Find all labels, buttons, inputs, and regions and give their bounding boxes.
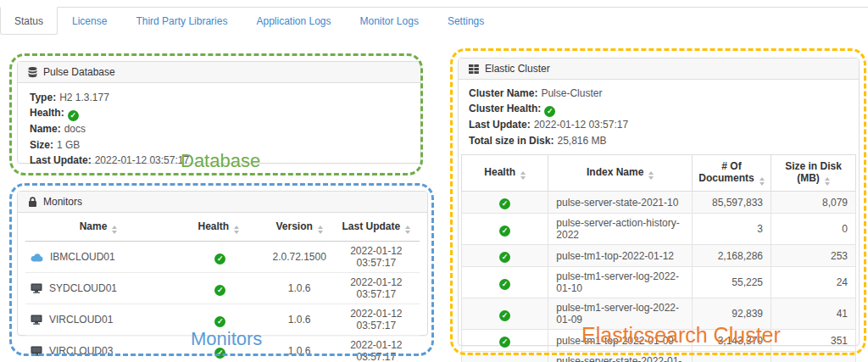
field-value: 1 GB (57, 139, 80, 151)
check-circle-icon (499, 337, 510, 348)
index-size: 41 (771, 298, 856, 330)
index-documents: 2,168,286 (693, 245, 771, 267)
monitor-row[interactable]: SYDCLOUD01 1.0.6 2022-01-12 03:57:17 (25, 273, 420, 304)
col-header-health[interactable]: Health (171, 213, 266, 242)
col-header-health[interactable]: Health (462, 155, 548, 192)
check-circle-icon (499, 279, 510, 290)
monitors-panel-title: Monitors (43, 196, 82, 208)
field-label: Type (30, 92, 56, 103)
tab-application-logs[interactable]: Application Logs (242, 8, 345, 35)
col-header-size[interactable]: Size in Disk (MB) (771, 155, 856, 192)
field-label: Last Update (469, 119, 531, 131)
lock-icon (28, 197, 37, 208)
check-circle-icon (214, 253, 225, 265)
col-header-label: Health (484, 166, 515, 178)
index-row[interactable]: pulse-tm1-top-2022-01-12 2,168,286 253 (462, 245, 856, 267)
monitor-last-update: 2022-01-12 03:57:17 (333, 304, 420, 336)
index-row[interactable]: pulse-server-state-2022-01-10 2,932,412 … (462, 352, 856, 362)
field-label: Size (30, 139, 53, 151)
field-value: 2022-01-12 03:57:17 (95, 154, 189, 166)
col-header-label: Health (198, 220, 230, 232)
col-header-label: Size in Disk (MB) (785, 160, 842, 184)
tab-license[interactable]: License (58, 8, 121, 35)
cluster-total-size-field: Total size in Disk25,816 MB (469, 133, 849, 148)
pulse-database-details: TypeH2 1.3.177 Health Namedocs Size1 GB … (18, 83, 420, 169)
index-size: 8,079 (771, 192, 856, 214)
field-value: H2 1.3.177 (59, 92, 109, 103)
tab-bar: Status License Third Party Libraries App… (0, 7, 868, 35)
col-header-name[interactable]: Name (25, 213, 171, 242)
desktop-icon (31, 283, 42, 293)
check-circle-icon (499, 252, 510, 263)
tab-monitor-logs[interactable]: Monitor Logs (346, 8, 433, 35)
monitors-table-header-row: Name Health Version Last Update (25, 213, 420, 242)
monitor-version: 2.0.72.1500 (266, 242, 333, 273)
index-documents: 92,839 (693, 298, 771, 330)
field-label: Cluster Name (469, 87, 537, 99)
pulse-database-panel-title: Pulse Database (43, 66, 115, 78)
sort-icon[interactable] (648, 171, 654, 180)
elastic-cluster-panel-title: Elastic Cluster (485, 63, 550, 75)
col-header-version[interactable]: Version (266, 213, 333, 242)
col-header-documents[interactable]: # Of Documents (693, 155, 771, 192)
tab-third-party-libraries[interactable]: Third Party Libraries (121, 8, 242, 35)
monitor-row[interactable]: IBMCLOUD01 2.0.72.1500 2022-01-12 03:57:… (25, 242, 420, 273)
index-name: pulse-tm1-top-2022-01-09 (548, 330, 693, 352)
db-health-field: Health (30, 105, 409, 121)
index-row[interactable]: pulse-tm1-server-log-2022-01-10 55,225 2… (462, 267, 856, 298)
sort-icon[interactable] (760, 177, 765, 186)
tab-settings[interactable]: Settings (433, 8, 498, 35)
index-name: pulse-server-action-history-2022 (548, 214, 693, 245)
check-circle-icon (499, 310, 510, 321)
monitors-panel: Monitors Name Health Version Last Update… (17, 191, 428, 336)
database-icon (28, 67, 37, 78)
field-value: 25,816 MB (557, 135, 606, 147)
index-row[interactable]: pulse-tm1-server-log-2022-01-09 92,839 4… (462, 298, 856, 330)
sort-icon[interactable] (405, 226, 410, 234)
check-circle-icon (214, 316, 225, 327)
sort-icon[interactable] (112, 226, 117, 234)
col-header-label: Last Update (342, 220, 401, 232)
check-circle-icon (214, 285, 225, 296)
monitors-table: Name Health Version Last Update IBMCLOUD… (25, 213, 420, 362)
index-size: 253 (771, 245, 856, 267)
cluster-name-field: Cluster NamePulse-Cluster (469, 86, 849, 101)
elastic-cluster-details: Cluster NamePulse-Cluster Cluster Health… (459, 80, 859, 150)
monitor-name: VIRCLOUD03 (49, 345, 113, 357)
index-row[interactable]: pulse-tm1-top-2022-01-09 3,143,370 351 (462, 330, 856, 352)
elastic-indexes-table: Health Index Name # Of Documents Size in… (461, 154, 856, 362)
field-label: Cluster Health (469, 103, 541, 114)
field-label: Total size in Disk (469, 135, 554, 147)
col-header-label: # Of Documents (698, 160, 754, 184)
monitor-row[interactable]: VIRCLOUD01 1.0.6 2022-01-12 03:57:17 (25, 304, 420, 336)
sort-icon[interactable] (234, 226, 239, 234)
index-row[interactable]: pulse-server-action-history-2022 3 0 (462, 214, 856, 245)
tab-status[interactable]: Status (0, 7, 58, 35)
field-value: 2022-01-12 03:57:17 (534, 119, 628, 131)
pulse-database-panel-header: Pulse Database (18, 62, 420, 83)
col-header-label: Index Name (587, 166, 643, 178)
col-header-index-name[interactable]: Index Name (548, 155, 693, 192)
monitor-version: 1.0.6 (266, 273, 333, 304)
index-documents: 3,143,370 (693, 330, 771, 352)
desktop-icon (31, 315, 42, 325)
monitor-row[interactable]: VIRCLOUD03 1.0.6 2022-01-12 03:57:17 (25, 336, 420, 362)
index-documents: 85,597,833 (693, 192, 771, 214)
check-circle-icon (214, 348, 225, 359)
index-name: pulse-server-state-2022-01-10 (548, 352, 693, 362)
index-name: pulse-server-state-2021-10 (548, 192, 693, 214)
sort-icon[interactable] (318, 226, 323, 234)
index-size: 283 (771, 352, 856, 362)
monitor-name: IBMCLOUD01 (50, 251, 115, 263)
table-grid-icon (469, 64, 479, 74)
index-documents: 2,932,412 (693, 352, 771, 362)
index-name: pulse-tm1-server-log-2022-01-10 (548, 267, 693, 298)
monitor-last-update: 2022-01-12 03:57:17 (333, 273, 420, 304)
check-circle-icon (68, 110, 79, 121)
monitors-panel-header: Monitors (18, 192, 427, 213)
sort-icon[interactable] (520, 171, 526, 180)
col-header-last-update[interactable]: Last Update (333, 213, 420, 242)
col-header-label: Version (275, 220, 312, 232)
index-row[interactable]: pulse-server-state-2021-10 85,597,833 8,… (462, 192, 856, 214)
sort-icon[interactable] (825, 177, 830, 186)
